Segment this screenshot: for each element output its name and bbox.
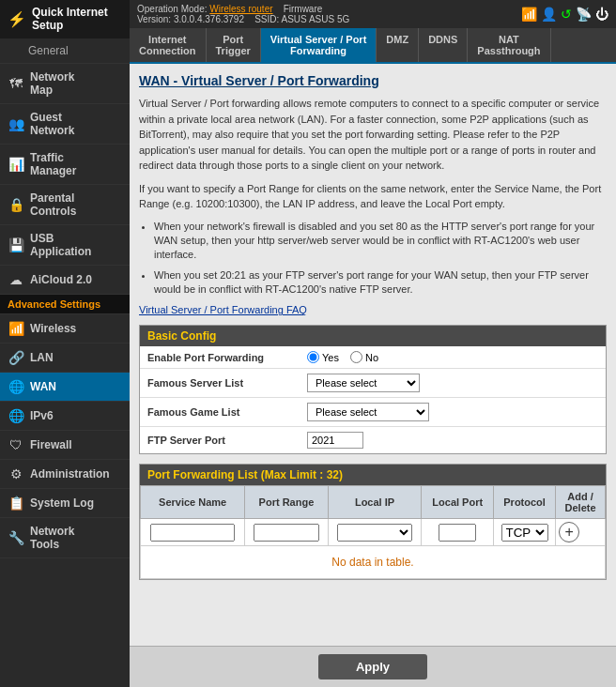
pf-list-section: Port Forwarding List (Max Limit : 32) Se… — [139, 464, 607, 580]
ipv6-label: IPv6 — [30, 409, 54, 422]
sidebar-item-ipv6[interactable]: 🌐 IPv6 — [0, 402, 130, 431]
famous-server-dropdown[interactable]: Please select FTP Web Server SMTP POP3 T… — [307, 374, 420, 392]
service-name-input[interactable] — [150, 524, 235, 542]
add-row-button[interactable]: + — [559, 522, 579, 542]
basic-config-section: Basic Config Enable Port Forwarding Yes … — [139, 325, 607, 454]
yes-radio[interactable] — [307, 351, 319, 363]
col-add-delete: Add /Delete — [556, 486, 606, 519]
local-port-input[interactable] — [439, 524, 476, 542]
traffic-manager-icon: 📊 — [8, 157, 24, 172]
network-map-icon: 🗺 — [8, 76, 24, 91]
aicloud-icon: ☁ — [8, 272, 24, 287]
pf-table-header-row: Service Name Port Range Local IP Local P… — [141, 486, 606, 519]
topbar: Operation Mode: Wireless router Firmware… — [130, 0, 616, 28]
wifi-status-icon[interactable]: 📶 — [521, 7, 537, 22]
sidebar-item-network-tools[interactable]: 🔧 NetworkTools — [0, 518, 130, 558]
sidebar-item-administration[interactable]: ⚙ Administration — [0, 460, 130, 489]
port-range-cell — [245, 519, 328, 546]
pf-list-header: Port Forwarding List (Max Limit : 32) — [140, 465, 606, 485]
no-radio[interactable] — [350, 351, 362, 363]
page-title: WAN - Virtual Server / Port Forwarding — [139, 73, 607, 88]
sidebar-item-traffic-manager[interactable]: 📊 TrafficManager — [0, 145, 130, 185]
navtabs: InternetConnection PortTrigger Virtual S… — [130, 28, 616, 64]
pf-input-row: TCP UDP BOTH + — [141, 519, 606, 546]
tab-virtual-server[interactable]: Virtual Server / PortForwarding — [261, 28, 377, 62]
traffic-manager-label: TrafficManager — [30, 151, 76, 177]
operation-mode-value[interactable]: Wireless router — [209, 4, 272, 14]
sidebar-item-network-map[interactable]: 🗺 NetworkMap — [0, 64, 130, 104]
faq-link[interactable]: Virtual Server / Port Forwarding FAQ — [139, 304, 607, 315]
no-data-message: No data in table. — [140, 546, 606, 579]
sidebar-item-parental-controls[interactable]: 🔒 ParentalControls — [0, 185, 130, 225]
sidebar-item-firewall[interactable]: 🛡 Firewall — [0, 431, 130, 460]
description-1: Virtual Server / Port forwarding allows … — [139, 96, 607, 174]
famous-game-label: Famous Game List — [147, 406, 307, 418]
sidebar-item-system-log[interactable]: 📋 System Log — [0, 489, 130, 518]
pf-table: Service Name Port Range Local IP Local P… — [140, 485, 606, 546]
note-1: When your network's firewall is disabled… — [154, 220, 607, 263]
tab-ddns[interactable]: DDNS — [419, 28, 468, 62]
tab-dmz[interactable]: DMZ — [377, 28, 419, 62]
ipv6-icon: 🌐 — [8, 408, 24, 423]
general-label: General — [28, 44, 69, 57]
ftp-port-value: 2021 — [307, 432, 598, 449]
usb-label: USBApplication — [30, 232, 91, 258]
sidebar-item-lan[interactable]: 🔗 LAN — [0, 344, 130, 373]
description-2: If you want to specify a Port Range for … — [139, 181, 607, 212]
apply-button[interactable]: Apply — [318, 654, 427, 679]
sidebar-item-guest-network[interactable]: 👥 GuestNetwork — [0, 104, 130, 145]
port-range-input[interactable] — [254, 524, 319, 542]
power-icon[interactable]: ⏻ — [595, 7, 608, 22]
notes-list: When your network's firewall is disabled… — [154, 220, 607, 298]
parental-controls-label: ParentalControls — [30, 191, 76, 218]
ftp-port-label: FTP Server Port — [147, 435, 307, 446]
guest-network-label: GuestNetwork — [30, 111, 74, 137]
signal-icon[interactable]: 📡 — [576, 7, 592, 22]
local-ip-dropdown[interactable] — [337, 524, 412, 542]
admin-icon: ⚙ — [8, 466, 24, 481]
tab-port-trigger[interactable]: PortTrigger — [207, 28, 261, 62]
ftp-port-input[interactable]: 2021 — [307, 432, 363, 449]
firewall-label: Firewall — [30, 438, 72, 451]
add-delete-cell: + — [556, 519, 606, 546]
no-radio-label[interactable]: No — [350, 351, 378, 363]
tab-nat-passthrough[interactable]: NATPassthrough — [468, 28, 550, 62]
yes-label: Yes — [322, 352, 339, 363]
local-ip-cell — [328, 519, 422, 546]
protocol-dropdown[interactable]: TCP UDP BOTH — [501, 524, 548, 542]
sidebar-item-wan[interactable]: 🌐 WAN — [0, 373, 130, 402]
topbar-info: Operation Mode: Wireless router Firmware… — [137, 4, 349, 24]
sidebar-item-wireless[interactable]: 📶 Wireless — [0, 314, 130, 344]
wireless-label: Wireless — [30, 322, 76, 335]
tab-internet-connection[interactable]: InternetConnection — [130, 28, 207, 62]
admin-label: Administration — [30, 467, 110, 481]
wan-label: WAN — [30, 380, 56, 393]
wireless-icon: 📶 — [8, 321, 24, 336]
advanced-settings-header: Advanced Settings — [0, 295, 130, 314]
parental-controls-icon: 🔒 — [8, 197, 24, 212]
sidebar: ⚡ Quick Internet Setup General 🗺 Network… — [0, 0, 130, 687]
system-log-label: System Log — [30, 496, 94, 510]
enable-port-forwarding-row: Enable Port Forwarding Yes No — [140, 346, 606, 369]
local-port-cell — [422, 519, 494, 546]
sidebar-item-usb-application[interactable]: 💾 USBApplication — [0, 225, 130, 266]
quick-internet-setup[interactable]: ⚡ Quick Internet Setup — [0, 0, 130, 38]
user-status-icon[interactable]: 👤 — [541, 7, 557, 22]
system-log-icon: 📋 — [8, 496, 24, 511]
sidebar-item-general[interactable]: General — [0, 38, 130, 64]
famous-server-row: Famous Server List Please select FTP Web… — [140, 369, 606, 398]
col-local-port: Local Port — [422, 486, 494, 519]
note-2: When you set 20:21 as your FTP server's … — [154, 268, 607, 298]
aicloud-label: AiCloud 2.0 — [30, 273, 92, 286]
col-local-ip: Local IP — [328, 486, 422, 519]
col-service-name: Service Name — [141, 486, 245, 519]
yes-radio-label[interactable]: Yes — [307, 351, 339, 363]
sidebar-item-aicloud[interactable]: ☁ AiCloud 2.0 — [0, 266, 130, 295]
refresh-icon[interactable]: ↺ — [561, 7, 572, 22]
famous-game-dropdown[interactable]: Please select Steam Xbox Live PlayStatio… — [307, 403, 429, 421]
protocol-cell: TCP UDP BOTH — [494, 519, 556, 546]
firmware-label: Firmware — [284, 4, 323, 14]
col-protocol: Protocol — [494, 486, 556, 519]
famous-server-value: Please select FTP Web Server SMTP POP3 T… — [307, 374, 598, 392]
wan-icon: 🌐 — [8, 379, 24, 394]
